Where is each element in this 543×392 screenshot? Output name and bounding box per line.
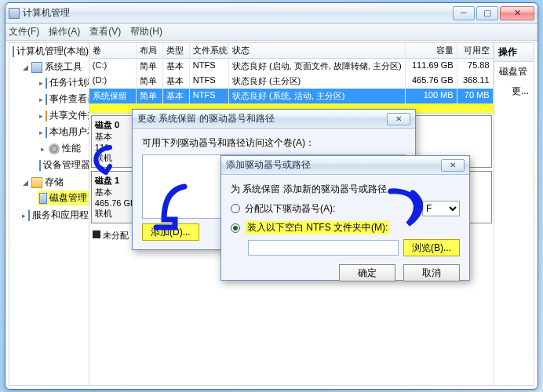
tree-performance[interactable]: ▸性能 <box>38 141 89 156</box>
volume-row[interactable]: 系统保留简单基本NTFS状态良好 (系统, 活动, 主分区)100 MB70 M… <box>89 89 494 103</box>
menu-action[interactable]: 操作(A) <box>49 25 80 38</box>
actions-disk[interactable]: 磁盘管 <box>494 62 534 82</box>
collapse-icon[interactable]: ◢ <box>22 179 29 186</box>
dlg1-titlebar[interactable]: 更改 系统保留 的驱动器号和路径 ✕ <box>133 110 415 129</box>
storage-icon <box>31 177 42 188</box>
menu-help[interactable]: 帮助(H) <box>130 25 162 38</box>
app-icon <box>9 8 20 19</box>
tree-device-manager[interactable]: 设备管理器 <box>38 158 89 172</box>
volume-row[interactable]: (D:)简单基本NTFS状态良好 (主分区)465.76 GB368.11 <box>89 74 494 89</box>
actions-pane: 操作 磁盘管 更... <box>494 42 534 386</box>
add-button[interactable]: 添加(D)... <box>142 223 199 241</box>
mount-path-input[interactable] <box>248 240 399 256</box>
menu-file[interactable]: 文件(F) <box>9 25 39 38</box>
radio-assign-letter[interactable] <box>231 204 240 213</box>
tree-event-viewer[interactable]: ▸事件查看器 <box>38 92 89 107</box>
col-type[interactable]: 类型 <box>163 43 190 58</box>
col-status[interactable]: 状态 <box>229 43 406 58</box>
cancel-button[interactable]: 取消 <box>403 264 460 281</box>
computer-icon <box>13 46 14 57</box>
nav-tree[interactable]: 计算机管理(本地) ◢系统工具 ▸任务计划程序 ▸事件查看器 ▸共享文件夹 ▸本… <box>9 42 89 386</box>
dlg2-title: 添加驱动器号或路径 <box>226 158 441 172</box>
tree-shared-folders[interactable]: ▸共享文件夹 <box>38 108 89 123</box>
col-free[interactable]: 可用空 <box>457 43 494 58</box>
window-title: 计算机管理 <box>23 6 453 20</box>
add-drive-letter-dialog: 添加驱动器号或路径 ✕ 为 系统保留 添加新的驱动器号或路径。 分配以下驱动器号… <box>220 155 470 281</box>
dlg2-close-button[interactable]: ✕ <box>441 159 465 172</box>
dlg1-prompt: 可用下列驱动器号和路径访问这个卷(A)： <box>142 136 406 150</box>
col-cap[interactable]: 容量 <box>406 43 457 58</box>
label-mount-folder: 装入以下空白 NTFS 文件夹中(M): <box>245 221 390 234</box>
volume-table[interactable]: 卷 布局 类型 文件系统 状态 容量 可用空 (C:)简单基本NTFS状态良好 … <box>89 43 494 113</box>
actions-header: 操作 <box>494 43 534 62</box>
actions-more[interactable]: 更... <box>494 82 534 101</box>
label-assign-letter: 分配以下驱动器号(A): <box>245 202 335 216</box>
tree-disk-management[interactable]: 磁盘管理 <box>38 191 89 205</box>
tree-task-scheduler[interactable]: ▸任务计划程序 <box>38 75 89 90</box>
col-volume[interactable]: 卷 <box>89 43 137 58</box>
tree-services[interactable]: ▸服务和应用程序 <box>20 208 89 223</box>
dlg2-titlebar[interactable]: 添加驱动器号或路径 ✕ <box>221 156 469 175</box>
radio-mount-folder[interactable] <box>231 223 240 233</box>
maximize-button[interactable]: ▢ <box>476 6 498 20</box>
titlebar[interactable]: 计算机管理 ─ ▢ ✕ <box>5 3 538 24</box>
dlg1-title: 更改 系统保留 的驱动器号和路径 <box>137 112 387 125</box>
collapse-icon[interactable]: ◢ <box>22 64 29 71</box>
col-layout[interactable]: 布局 <box>137 43 163 58</box>
browse-button[interactable]: 浏览(B)... <box>403 239 460 256</box>
close-button[interactable]: ✕ <box>500 6 534 20</box>
drive-letter-select[interactable]: F <box>422 201 460 216</box>
dlg2-prompt: 为 系统保留 添加新的驱动器号或路径。 <box>231 183 460 196</box>
tools-icon <box>31 62 42 73</box>
tree-local-users[interactable]: ▸本地用户和组 <box>38 125 89 140</box>
minimize-button[interactable]: ─ <box>453 6 475 20</box>
col-fs[interactable]: 文件系统 <box>190 43 229 58</box>
volume-row[interactable]: (C:)简单基本NTFS状态良好 (启动, 页面文件, 故障转储, 主分区)11… <box>89 59 494 74</box>
menu-view[interactable]: 查看(V) <box>89 25 121 38</box>
dlg1-close-button[interactable]: ✕ <box>387 113 410 125</box>
ok-button[interactable]: 确定 <box>339 264 395 281</box>
menubar: 文件(F) 操作(A) 查看(V) 帮助(H) <box>5 24 538 41</box>
